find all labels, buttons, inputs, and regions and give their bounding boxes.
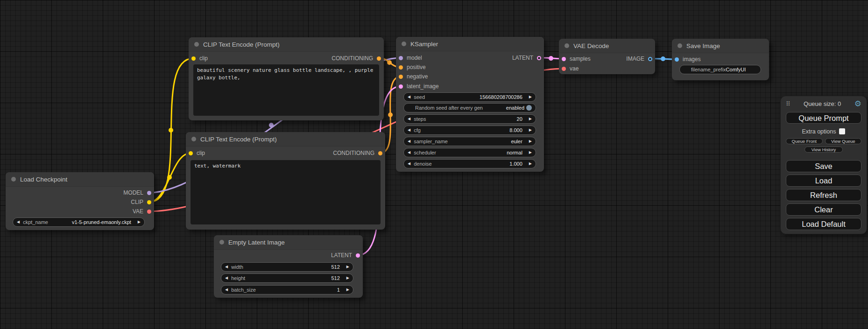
- batch-size-widget[interactable]: ◀ batch_size 1 ▶: [221, 285, 353, 294]
- input-slot-latent-image: latent_image: [399, 82, 439, 91]
- node-empty-latent-image[interactable]: Empty Latent Image LATENT ◀ width 512 ▶ …: [214, 235, 363, 298]
- link-midpoint-dot[interactable]: [549, 56, 553, 61]
- view-history-button[interactable]: View History: [804, 147, 843, 153]
- scheduler-widget[interactable]: ◀ scheduler normal ▶: [403, 148, 536, 157]
- ckpt-name-widget[interactable]: ◀ ckpt_name v1-5-pruned-emaonly.ckpt ▶: [13, 217, 145, 227]
- clip-input-dot[interactable]: [191, 56, 196, 61]
- sampler-name-widget[interactable]: ◀ sampler_name euler ▶: [403, 137, 536, 146]
- collapse-dot-icon[interactable]: [677, 43, 682, 48]
- prev-value-arrow-icon[interactable]: ◀: [408, 117, 410, 121]
- next-value-arrow-icon[interactable]: ▶: [529, 151, 532, 154]
- link-midpoint-dot[interactable]: [387, 60, 392, 65]
- load-button[interactable]: Load: [786, 175, 861, 187]
- latent-output-dot[interactable]: [356, 253, 360, 258]
- negative-prompt-textarea[interactable]: text, watermark: [191, 160, 381, 224]
- toggle-knob-icon[interactable]: [526, 105, 532, 111]
- collapse-dot-icon[interactable]: [402, 42, 406, 46]
- model-output-dot[interactable]: [147, 191, 151, 195]
- prev-value-arrow-icon[interactable]: ◀: [408, 151, 410, 154]
- queue-front-button[interactable]: Queue Front: [786, 138, 823, 144]
- queue-prompt-button[interactable]: Queue Prompt: [786, 112, 861, 124]
- width-widget[interactable]: ◀ width 512 ▶: [221, 262, 353, 272]
- node-title-bar[interactable]: CLIP Text Encode (Prompt): [186, 132, 385, 147]
- extra-options-checkbox[interactable]: [839, 128, 845, 134]
- link-midpoint-dot[interactable]: [167, 175, 172, 180]
- load-default-button[interactable]: Load Default: [786, 218, 861, 230]
- samples-input-dot[interactable]: [562, 57, 566, 61]
- next-value-arrow-icon[interactable]: ▶: [138, 220, 141, 224]
- node-title: Empty Latent Image: [228, 239, 285, 246]
- prev-value-arrow-icon[interactable]: ◀: [408, 128, 410, 132]
- steps-widget[interactable]: ◀ steps 20 ▶: [403, 114, 536, 124]
- save-button[interactable]: Save: [786, 160, 861, 172]
- node-title-bar[interactable]: CLIP Text Encode (Prompt): [189, 37, 384, 52]
- refresh-button[interactable]: Refresh: [786, 189, 861, 201]
- vae-input-dot[interactable]: [562, 67, 566, 71]
- node-ksampler[interactable]: KSampler model positive negative latent_…: [396, 37, 544, 172]
- next-value-arrow-icon[interactable]: ▶: [529, 128, 532, 132]
- latent-image-input-dot[interactable]: [399, 84, 403, 89]
- collapse-dot-icon[interactable]: [194, 42, 199, 47]
- denoise-widget[interactable]: ◀ denoise 1.000 ▶: [403, 159, 536, 168]
- node-save-image[interactable]: Save Image images filename_prefix ComfyU…: [672, 39, 769, 80]
- node-vae-decode[interactable]: VAE Decode samples vae IMAGE: [559, 39, 655, 74]
- positive-input-dot[interactable]: [399, 65, 403, 70]
- prev-value-arrow-icon[interactable]: ◀: [408, 162, 410, 166]
- height-widget[interactable]: ◀ height 512 ▶: [221, 273, 353, 283]
- node-load-checkpoint[interactable]: Load Checkpoint MODEL CLIP VAE ◀ ckpt_na…: [6, 172, 154, 230]
- positive-prompt-textarea[interactable]: beautiful scenery nature glass bottle la…: [193, 64, 379, 116]
- widget-value: v1-5-pruned-emaonly.ckpt: [72, 219, 131, 225]
- node-title-bar[interactable]: KSampler: [396, 37, 544, 51]
- cfg-widget[interactable]: ◀ cfg 8.000 ▶: [403, 126, 536, 135]
- prev-value-arrow-icon[interactable]: ◀: [408, 140, 410, 143]
- image-output-dot[interactable]: [648, 57, 652, 61]
- clear-button[interactable]: Clear: [786, 203, 861, 216]
- negative-input-dot[interactable]: [399, 75, 403, 79]
- collapse-dot-icon[interactable]: [11, 177, 16, 182]
- link-midpoint-dot[interactable]: [661, 56, 665, 61]
- link-midpoint-dot[interactable]: [388, 112, 393, 117]
- images-input-dot[interactable]: [675, 57, 679, 62]
- next-value-arrow-icon[interactable]: ▶: [529, 95, 532, 99]
- prev-value-arrow-icon[interactable]: ◀: [225, 276, 228, 280]
- clip-input-dot[interactable]: [189, 151, 193, 155]
- node-clip-text-encode-positive[interactable]: CLIP Text Encode (Prompt) clip CONDITION…: [189, 37, 384, 120]
- output-slot-latent: LATENT: [512, 53, 541, 63]
- node-title-bar[interactable]: Empty Latent Image: [214, 235, 363, 250]
- slot-label: CLIP: [131, 199, 143, 205]
- vae-output-dot[interactable]: [147, 210, 151, 214]
- prev-value-arrow-icon[interactable]: ◀: [225, 265, 228, 269]
- filename-prefix-widget[interactable]: filename_prefix ComfyUI: [679, 65, 761, 74]
- conditioning-output-dot[interactable]: [378, 151, 382, 155]
- node-title-bar[interactable]: VAE Decode: [559, 39, 655, 53]
- collapse-dot-icon[interactable]: [219, 240, 224, 245]
- settings-gear-icon[interactable]: ⚙: [854, 100, 861, 108]
- next-value-arrow-icon[interactable]: ▶: [346, 265, 349, 269]
- next-value-arrow-icon[interactable]: ▶: [529, 117, 532, 121]
- next-value-arrow-icon[interactable]: ▶: [346, 276, 349, 280]
- drag-handle-icon[interactable]: ⠿: [786, 101, 790, 107]
- latent-output-dot[interactable]: [537, 56, 541, 60]
- clip-output-dot[interactable]: [147, 200, 151, 204]
- node-title-bar[interactable]: Save Image: [672, 39, 769, 53]
- next-value-arrow-icon[interactable]: ▶: [529, 140, 532, 143]
- next-value-arrow-icon[interactable]: ▶: [346, 288, 349, 292]
- link-midpoint-dot[interactable]: [169, 128, 173, 133]
- random-seed-toggle-widget[interactable]: Random seed after every gen enabled: [403, 103, 536, 112]
- model-input-dot[interactable]: [399, 56, 403, 60]
- seed-widget[interactable]: ◀ seed 156680208700286 ▶: [403, 92, 536, 102]
- prev-value-arrow-icon[interactable]: ◀: [408, 95, 410, 99]
- link-midpoint-dot[interactable]: [269, 123, 274, 127]
- node-clip-text-encode-negative[interactable]: CLIP Text Encode (Prompt) clip CONDITION…: [186, 132, 385, 230]
- node-title: KSampler: [410, 41, 438, 48]
- next-value-arrow-icon[interactable]: ▶: [529, 162, 532, 166]
- collapse-dot-icon[interactable]: [191, 137, 196, 141]
- node-title-bar[interactable]: Load Checkpoint: [6, 172, 154, 187]
- slot-label: positive: [407, 64, 426, 70]
- widget-label: Random seed after every gen: [415, 105, 483, 111]
- conditioning-output-dot[interactable]: [377, 56, 381, 61]
- collapse-dot-icon[interactable]: [565, 43, 569, 48]
- prev-value-arrow-icon[interactable]: ◀: [17, 220, 20, 224]
- view-queue-button[interactable]: View Queue: [825, 138, 862, 144]
- prev-value-arrow-icon[interactable]: ◀: [225, 288, 228, 292]
